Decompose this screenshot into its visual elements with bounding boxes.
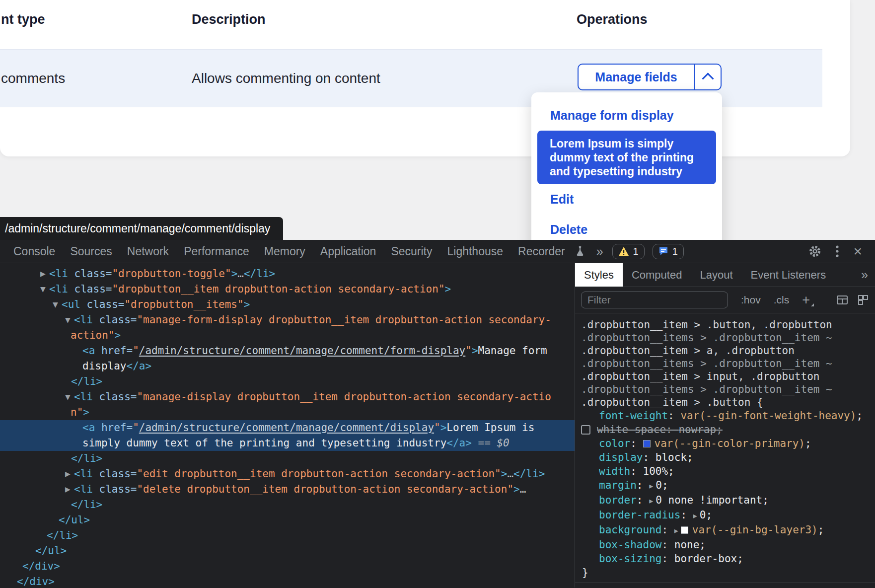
elements-tree-line[interactable]: </li> bbox=[0, 528, 575, 543]
css-selector[interactable]: .dropbutton__items > .dropbutton__item ~ bbox=[575, 331, 875, 344]
dropdown-item-edit[interactable]: Edit bbox=[537, 184, 716, 215]
color-swatch[interactable] bbox=[681, 526, 688, 534]
css-property-display[interactable]: display: block; bbox=[575, 450, 875, 464]
css-property-border[interactable]: border: ▸ 0 none !important; bbox=[575, 493, 875, 508]
new-style-rule-button[interactable]: + bbox=[802, 293, 810, 308]
expand-arrow-icon[interactable]: ▶ bbox=[65, 466, 74, 482]
css-selector[interactable]: .dropbutton__item > .button { bbox=[575, 396, 875, 409]
kebab-menu-icon[interactable] bbox=[835, 245, 839, 258]
css-property-white-space[interactable]: white-space: nowrap; bbox=[575, 423, 875, 437]
devtools-tab-sources[interactable]: Sources bbox=[63, 245, 119, 258]
code-token: "delete dropbutton__item dropbutton-acti… bbox=[137, 483, 513, 495]
elements-tree-line[interactable]: <a href="/admin/structure/comment/manage… bbox=[0, 420, 575, 436]
expand-arrow-icon[interactable]: ▶ bbox=[65, 482, 74, 497]
code-token: > bbox=[83, 406, 89, 418]
collapse-arrow-icon[interactable]: ▼ bbox=[65, 389, 74, 405]
css-partial-selector[interactable]: .dropbutton__item:firs bbox=[581, 586, 719, 588]
css-property-color[interactable]: color: var(--gin-color-primary); bbox=[575, 437, 875, 450]
elements-tree-line[interactable]: ▶<li class="edit dropbutton__item dropbu… bbox=[0, 466, 575, 482]
elements-tree-line[interactable]: </div> bbox=[0, 559, 575, 574]
css-selector[interactable]: .dropbutton__item > a, .dropbutton bbox=[575, 344, 875, 357]
css-selector[interactable]: .dropbutton__items > .dropbutton__item ~ bbox=[575, 383, 875, 396]
css-property-width[interactable]: width: 100%; bbox=[575, 464, 875, 478]
warnings-badge[interactable]: 1 bbox=[612, 244, 645, 259]
devtools-tab-memory[interactable]: Memory bbox=[257, 245, 313, 258]
computed-styles-icon[interactable] bbox=[836, 294, 848, 306]
code-token: : bbox=[630, 465, 643, 477]
sidebar-tabs: StylesComputedLayoutEvent Listeners bbox=[575, 263, 835, 287]
elements-tree-line[interactable]: </li> bbox=[0, 451, 575, 466]
dropdown-item-manage-form-display[interactable]: Manage form display bbox=[537, 100, 716, 131]
element-classes-button[interactable]: .cls bbox=[774, 294, 790, 306]
css-selector[interactable]: .dropbutton__items > .dropbutton__item ~ bbox=[575, 357, 875, 370]
devtools-tab-application[interactable]: Application bbox=[313, 245, 384, 258]
devtools-tab-console[interactable]: Console bbox=[6, 245, 63, 258]
manage-fields-button[interactable]: Manage fields bbox=[579, 65, 694, 89]
css-property-value: none; bbox=[674, 539, 706, 551]
collapse-arrow-icon[interactable]: ▼ bbox=[53, 297, 62, 312]
code-token: > bbox=[231, 268, 238, 280]
color-swatch[interactable] bbox=[643, 440, 651, 447]
column-header-comment-type: nt type bbox=[1, 12, 45, 27]
styles-sidebar-tab-computed[interactable]: Computed bbox=[623, 263, 691, 287]
styles-sidebar-tab-event-listeners[interactable]: Event Listeners bbox=[742, 263, 835, 287]
elements-tree-line[interactable]: ▶<li class="delete dropbutton__item drop… bbox=[0, 482, 575, 497]
collapse-arrow-icon[interactable]: ▼ bbox=[65, 312, 74, 328]
warnings-count: 1 bbox=[633, 246, 639, 257]
issues-badge[interactable]: 1 bbox=[653, 244, 684, 259]
css-property-box-sizing[interactable]: box-sizing: border-box; bbox=[575, 552, 875, 566]
css-property-background[interactable]: background: ▸ var(--gin-bg-layer3); bbox=[575, 523, 875, 538]
sidebar-more-tabs-chevron[interactable]: » bbox=[854, 263, 875, 287]
elements-tree-line[interactable]: ▼<li class="manage-display dropbutton__i… bbox=[0, 389, 575, 405]
devtools-tab-security[interactable]: Security bbox=[383, 245, 439, 258]
sidebar-tabbar: StylesComputedLayoutEvent Listeners » bbox=[575, 263, 875, 287]
property-checkbox[interactable] bbox=[581, 425, 590, 435]
devtools-tab-performance[interactable]: Performance bbox=[176, 245, 257, 258]
css-property-box-shadow[interactable]: box-shadow: none; bbox=[575, 538, 875, 552]
css-property-font-weight[interactable]: font-weight: var(--gin-font-weight-heavy… bbox=[575, 409, 875, 423]
css-property-value: var(--gin-color-primary) bbox=[655, 438, 805, 449]
css-property-margin[interactable]: margin: ▸ 0; bbox=[575, 478, 875, 493]
collapse-arrow-icon[interactable]: ▼ bbox=[40, 282, 49, 297]
elements-tree-line[interactable]: display</a> bbox=[0, 359, 575, 374]
elements-tree-line[interactable]: </li> bbox=[0, 497, 575, 513]
elements-tree-line[interactable]: </div> bbox=[0, 574, 575, 588]
elements-tree-line[interactable]: ▼<li class="manage-form-display dropbutt… bbox=[0, 312, 575, 328]
elements-tree-line[interactable]: <a href="/admin/structure/comment/manage… bbox=[0, 343, 575, 359]
css-selector[interactable]: .dropbutton__item > input, .dropbutton bbox=[575, 370, 875, 383]
expand-arrow-icon[interactable]: ▶ bbox=[40, 266, 49, 282]
elements-tree-line[interactable]: ▼<li class="dropbutton__item dropbutton-… bbox=[0, 282, 575, 297]
styles-filter-input[interactable] bbox=[581, 292, 728, 308]
code-token: : bbox=[637, 479, 649, 491]
devtools-tab-lighthouse[interactable]: Lighthouse bbox=[439, 245, 510, 258]
css-rules-pane: .dropbutton__item > .button, .dropbutton… bbox=[575, 313, 875, 588]
elements-tree-line[interactable]: </ul> bbox=[0, 513, 575, 528]
devtools-tab-recorder[interactable]: Recorder bbox=[510, 245, 573, 258]
toggle-element-state-button[interactable]: :hov bbox=[741, 294, 761, 306]
css-property-border-radius[interactable]: border-radius: ▸ 0; bbox=[575, 508, 875, 523]
styles-sidebar-tab-styles[interactable]: Styles bbox=[575, 263, 623, 287]
code-token: Manage form bbox=[478, 345, 547, 357]
css-source-link[interactable]: dropbutton…?r131kw:2 bbox=[743, 586, 869, 588]
styles-pane-extra-icon[interactable] bbox=[857, 294, 869, 306]
css-property-name: margin bbox=[599, 479, 637, 491]
elements-tree-line[interactable]: ▼<ul class="dropbutton__items"> bbox=[0, 297, 575, 312]
code-token: <li bbox=[74, 468, 99, 480]
elements-tree-line[interactable]: n"> bbox=[0, 405, 575, 420]
elements-tree-line[interactable]: </li> bbox=[0, 374, 575, 389]
manage-fields-dropbutton: Manage fields bbox=[578, 64, 722, 90]
code-token: > bbox=[472, 345, 478, 357]
elements-tree-line[interactable]: simply dummy text of the printing and ty… bbox=[0, 436, 575, 451]
css-selector[interactable]: .dropbutton__item > .button, .dropbutton bbox=[575, 318, 875, 331]
elements-tree-line[interactable]: </ul> bbox=[0, 543, 575, 559]
dropdown-item-lorem-ipsum-is-simply-dummy-te[interactable]: Lorem Ipsum is simply dummy text of the … bbox=[537, 131, 716, 184]
close-devtools-icon[interactable]: × bbox=[853, 244, 862, 259]
settings-gear-icon[interactable] bbox=[808, 245, 821, 258]
elements-tree-line[interactable]: action"> bbox=[0, 328, 575, 343]
more-tabs-chevron[interactable]: » bbox=[596, 244, 603, 259]
code-token: : bbox=[680, 509, 693, 521]
styles-sidebar-tab-layout[interactable]: Layout bbox=[691, 263, 741, 287]
elements-tree-line[interactable]: ▶<li class="dropbutton-toggle">…</li> bbox=[0, 266, 575, 282]
dropbutton-toggle-button[interactable] bbox=[694, 65, 721, 89]
devtools-tab-network[interactable]: Network bbox=[120, 245, 176, 258]
